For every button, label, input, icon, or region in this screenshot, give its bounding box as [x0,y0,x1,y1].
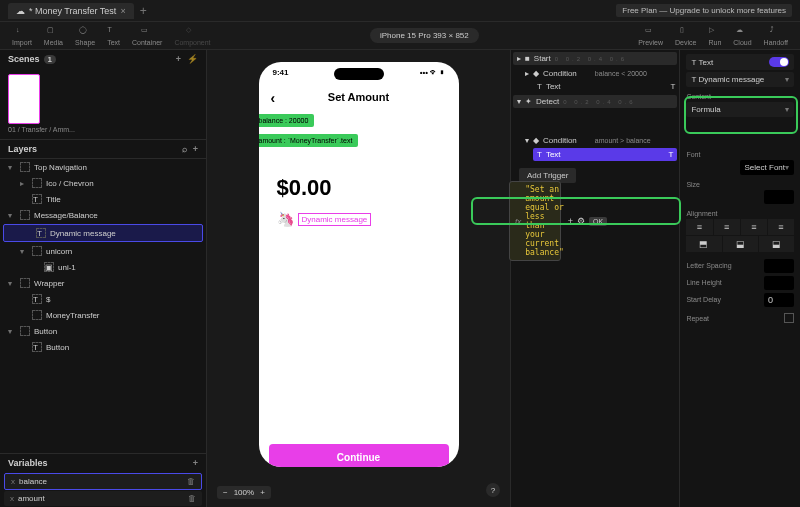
layer-row[interactable]: ▣uni-1 [0,259,206,275]
font-selector[interactable]: Select Font▾ [740,160,794,175]
container-tool[interactable]: ▭Container [128,24,166,48]
repeat-checkbox[interactable] [784,313,794,323]
layer-row[interactable]: ▾Message/Balance [0,207,206,223]
media-tool[interactable]: ▢Media [40,24,67,48]
timeline-condition[interactable]: ▸◆Condition balance < 20000 [521,67,679,80]
cloud-tool[interactable]: ☁Cloud [729,24,755,48]
line-height-input[interactable] [764,276,794,290]
zoom-in-button[interactable]: + [260,488,265,497]
shape-tool[interactable]: ◯Shape [71,24,99,48]
amount-display: $0.00 [277,175,459,201]
timeline-text-response-selected[interactable]: TText T [533,148,677,161]
content-type-selector[interactable]: Formula▾ [686,102,794,117]
layer-row[interactable]: MoneyTransfer [0,307,206,323]
upgrade-banner[interactable]: Free Plan — Upgrade to unlock more featu… [616,4,792,17]
timeline-start-trigger[interactable]: ▸■Start 0 0.2 0.4 0.6 [513,52,677,65]
formula-ok-button[interactable]: OK [589,217,607,226]
formula-editor[interactable]: fx "Set an amount equal or less than you… [509,181,561,261]
add-layer-button[interactable]: + [193,144,198,154]
text-response-toggle[interactable]: T Text [686,54,794,70]
add-tab-button[interactable]: + [140,4,147,18]
continue-button[interactable]: Continue [269,444,449,467]
size-label: Size [686,181,794,188]
import-tool[interactable]: ↓Import [8,24,36,48]
flash-icon[interactable]: ⚡ [187,54,198,64]
cloud-icon: ☁ [16,6,25,16]
preview-tool[interactable]: ▭Preview [634,24,667,48]
letter-spacing-input[interactable] [764,259,794,273]
layer-row[interactable]: T$ [0,291,206,307]
status-icons: ••• ᯤ ▮ [420,68,445,77]
align-bottom-button[interactable]: ⬓ [759,236,794,252]
variable-row[interactable]: xamount🗑 [4,491,202,506]
text-tool[interactable]: TText [103,24,124,48]
phone-preview: 9:41 ••• ᯤ ▮ ‹ Set Amount balance : 2000… [259,62,459,467]
add-scene-button[interactable]: + [176,54,181,64]
align-center-button[interactable]: ≡ [714,219,740,235]
zoom-control[interactable]: − 100% + [217,486,271,499]
delete-icon[interactable]: 🗑 [188,494,196,503]
layer-row[interactable]: ▾unicorn [0,243,206,259]
alignment-label: Alignment [686,210,794,217]
back-chevron-icon[interactable]: ‹ [271,90,276,106]
timeline-text-response[interactable]: TText T [533,80,679,93]
run-tool[interactable]: ▷Run [704,24,725,48]
toggle-switch[interactable] [769,57,789,67]
formula-settings-button[interactable]: ⚙ [577,216,585,226]
variable-row[interactable]: xbalance🗑 [4,473,202,490]
debug-balance-box: balance : 20000 [259,114,315,127]
unicorn-icon: 🦄 [277,211,294,227]
layer-row[interactable]: ▾Button [0,323,206,339]
timeline-condition[interactable]: ▾◆Condition amount > balance [521,134,679,147]
screen-title: Set Amount [259,91,459,103]
scenes-header: Scenes1 +⚡ [0,50,206,68]
status-time: 9:41 [273,68,289,77]
debug-amount-box: amount : `MoneyTransfer`.text [259,134,359,147]
repeat-label: Repeat [686,313,794,323]
layer-row[interactable]: ▸Ico / Chevron [0,175,206,191]
content-label: Content [686,93,794,100]
variables-header: Variables + [0,454,206,472]
layer-row[interactable]: TButton [0,339,206,355]
notch [334,68,384,80]
device-preview-tool[interactable]: ▯Device [671,24,700,48]
layer-selector[interactable]: T Dynamic message▾ [686,72,794,87]
help-button[interactable]: ? [486,483,500,497]
start-delay-input[interactable]: 0 [764,293,794,307]
zoom-level: 100% [234,488,254,497]
layer-row[interactable]: TTitle [0,191,206,207]
delete-icon[interactable]: 🗑 [187,477,195,486]
layers-header: Layers ⌕+ [0,139,206,158]
scene-label: 01 / Transfer / Amm... [0,126,206,139]
font-label: Font [686,151,794,158]
align-justify-button[interactable]: ≡ [768,219,794,235]
align-right-button[interactable]: ≡ [741,219,767,235]
timeline-detect-trigger[interactable]: ▾✦Detect 0 0.2 0.4 0.6 [513,95,677,108]
scene-thumbnail[interactable] [8,74,40,124]
device-selector[interactable]: iPhone 15 Pro 393 × 852 [370,28,479,43]
dynamic-message-layer[interactable]: Dynamic message [298,213,372,226]
size-input[interactable] [764,190,794,204]
close-icon[interactable]: × [120,6,125,16]
layer-row[interactable]: TDynamic message [3,224,203,242]
handoff-tool[interactable]: ⤴Handoff [760,24,792,48]
document-tab[interactable]: ☁ * Money Transfer Test × [8,3,134,19]
formula-text[interactable]: "Set an amount equal or less than your c… [525,185,564,257]
layer-row[interactable]: ▾Wrapper [0,275,206,291]
align-top-button[interactable]: ⬒ [686,236,721,252]
component-tool[interactable]: ◇Component [170,24,214,48]
layer-row[interactable]: ▾Top Navigation [0,159,206,175]
formula-add-button[interactable]: + [568,216,573,226]
align-middle-button[interactable]: ⬓ [723,236,758,252]
align-left-button[interactable]: ≡ [686,219,712,235]
formula-icon: fx [515,217,521,226]
tab-title: * Money Transfer Test [29,6,116,16]
add-variable-button[interactable]: + [193,458,198,468]
search-icon[interactable]: ⌕ [182,144,187,154]
zoom-out-button[interactable]: − [223,488,228,497]
